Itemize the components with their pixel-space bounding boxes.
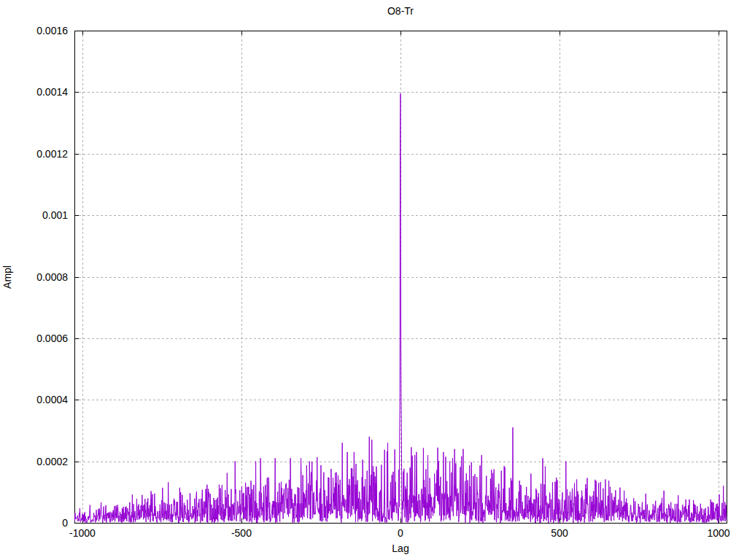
y-tick-label: 0	[62, 517, 68, 529]
chart-title: O8-Tr	[74, 5, 727, 17]
y-tick-label: 0.001	[42, 209, 68, 221]
y-tick-label: 0.0002	[36, 456, 68, 467]
y-tick-label: 0.0012	[36, 148, 68, 160]
plot-svg: 00.00020.00040.00060.00080.0010.00120.00…	[0, 0, 747, 560]
x-tick-label: -1000	[69, 527, 96, 539]
y-tick-label: 0.0008	[36, 271, 68, 283]
x-tick-label: -500	[231, 527, 252, 539]
x-tick-label: 500	[551, 527, 568, 539]
x-axis-label: Lag	[74, 542, 727, 554]
chart-canvas: 00.00020.00040.00060.00080.0010.00120.00…	[0, 0, 747, 560]
y-tick-label: 0.0004	[36, 394, 68, 405]
y-axis-label: Ampl	[1, 255, 15, 299]
x-tick-label: 0	[398, 527, 403, 539]
y-tick-label: 0.0006	[36, 332, 68, 344]
y-tick-label: 0.0016	[36, 25, 68, 36]
y-tick-label: 0.0014	[36, 86, 68, 98]
x-tick-label: 1000	[708, 527, 730, 539]
series-line	[74, 93, 727, 523]
